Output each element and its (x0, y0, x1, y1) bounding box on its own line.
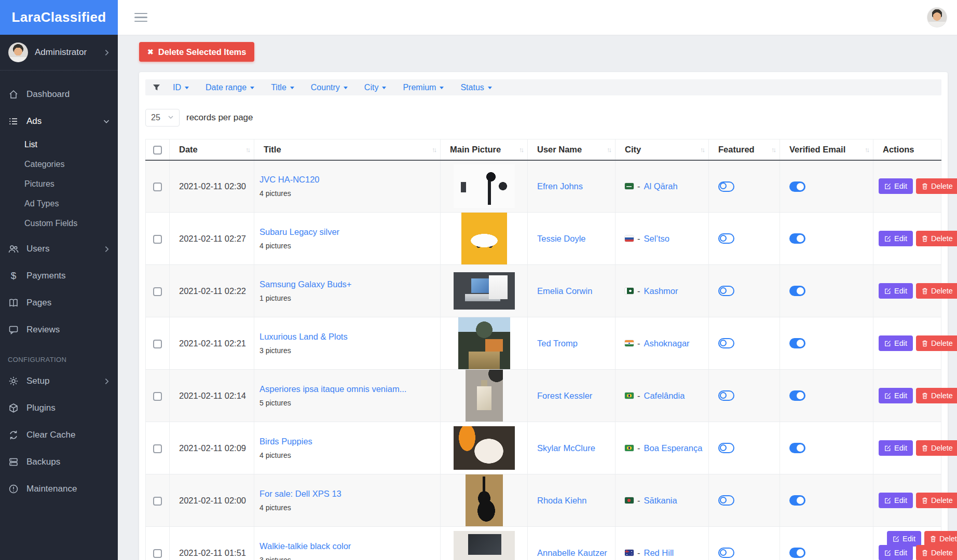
row-checkbox[interactable] (153, 497, 162, 506)
ad-thumbnail[interactable] (461, 213, 507, 264)
featured-toggle[interactable] (718, 548, 734, 558)
ad-title-link[interactable]: JVC HA-NC120 (259, 175, 320, 184)
ad-thumbnail[interactable] (454, 426, 515, 470)
ad-title-link[interactable]: Luxurious Land & Plots (259, 332, 348, 341)
sidebar-item-plugins[interactable]: Plugins (0, 395, 118, 422)
edit-button[interactable]: Edit (879, 283, 913, 299)
records-per-page-select[interactable]: 25 (145, 109, 180, 127)
delete-selected-button[interactable]: ✖ Delete Selected Items (139, 42, 254, 62)
ads-submenu-item[interactable]: Pictures (0, 174, 118, 194)
ad-title-link[interactable]: Asperiores ipsa itaque omnis veniam... (259, 384, 406, 394)
app-logo[interactable]: LaraClassified (0, 0, 118, 35)
row-checkbox[interactable] (153, 183, 162, 191)
city-link[interactable]: Cafelândia (644, 391, 685, 401)
delete-button[interactable]: Delete (916, 493, 957, 508)
city-link[interactable]: Sel’tso (644, 234, 670, 244)
user-name-link[interactable]: Skylar McClure (537, 443, 595, 453)
user-name-link[interactable]: Ted Tromp (537, 339, 578, 348)
verified-email-toggle[interactable] (789, 233, 805, 244)
ad-title-link[interactable]: Birds Puppies (259, 437, 312, 446)
featured-toggle[interactable] (718, 286, 734, 296)
delete-button[interactable]: Delete (924, 531, 957, 547)
ads-submenu-item[interactable]: Categories (0, 155, 118, 174)
hamburger-menu-icon[interactable] (134, 13, 147, 22)
column-header[interactable]: Date ↑↓ (170, 139, 254, 160)
sidebar-item-payments[interactable]: $ Payments (0, 262, 118, 289)
featured-toggle[interactable] (718, 443, 734, 453)
edit-button[interactable]: Edit (879, 335, 913, 351)
featured-toggle[interactable] (718, 233, 734, 244)
ad-thumbnail[interactable] (454, 531, 515, 560)
delete-button[interactable]: Delete (916, 335, 957, 351)
edit-button[interactable]: Edit (879, 178, 913, 194)
ad-title-link[interactable]: Samsung Galaxy Buds+ (259, 279, 351, 289)
city-link[interactable]: Ashoknagar (644, 339, 690, 348)
filter-dropdown[interactable]: ID (173, 83, 189, 92)
verified-email-toggle[interactable] (789, 338, 805, 348)
sidebar-item-setup[interactable]: Setup (0, 368, 118, 395)
verified-email-toggle[interactable] (789, 181, 805, 192)
sidebar-item-maintenance[interactable]: Maintenance (0, 475, 118, 502)
featured-toggle[interactable] (718, 338, 734, 348)
filter-dropdown[interactable]: Title (271, 83, 294, 92)
row-checkbox[interactable] (153, 392, 162, 401)
city-link[interactable]: Boa Esperança (644, 443, 703, 453)
sidebar-item-clear-cache[interactable]: Clear Cache (0, 422, 118, 449)
city-link[interactable]: Red Hill (644, 548, 674, 558)
sidebar-item-ads[interactable]: Ads (0, 108, 118, 135)
verified-email-toggle[interactable] (789, 548, 805, 558)
verified-email-toggle[interactable] (789, 390, 805, 401)
ad-thumbnail[interactable] (454, 272, 515, 310)
delete-button[interactable]: Delete (916, 388, 957, 403)
filter-dropdown[interactable]: Status (460, 83, 491, 92)
ad-title-link[interactable]: Walkie-talkie black color (259, 541, 351, 551)
user-name-link[interactable]: Tessie Doyle (537, 234, 586, 243)
edit-button[interactable]: Edit (879, 440, 913, 456)
ad-thumbnail[interactable] (466, 474, 503, 526)
select-all-checkbox[interactable] (153, 146, 162, 155)
user-name-link[interactable]: Forest Kessler (537, 391, 592, 400)
ad-thumbnail[interactable] (454, 164, 515, 208)
column-header[interactable]: Verified Email ↑↓ (780, 139, 873, 160)
column-header[interactable]: City ↑↓ (616, 139, 709, 160)
sidebar-item-reviews[interactable]: Reviews (0, 316, 118, 343)
row-checkbox[interactable] (153, 444, 162, 453)
ad-thumbnail[interactable] (466, 370, 503, 422)
delete-button[interactable]: Delete (916, 231, 957, 246)
row-checkbox[interactable] (153, 287, 162, 296)
sidebar-item-backups[interactable]: Backups (0, 449, 118, 475)
edit-button[interactable]: Edit (879, 388, 913, 403)
edit-button[interactable]: Edit (879, 493, 913, 508)
user-name-link[interactable]: Annabelle Kautzer (537, 548, 607, 557)
column-header[interactable]: Actions ↑↓ (873, 139, 941, 160)
ad-title-link[interactable]: For sale: Dell XPS 13 (259, 489, 341, 498)
delete-button[interactable]: Delete (916, 178, 957, 194)
sidebar-item-users[interactable]: Users (0, 235, 118, 262)
row-checkbox[interactable] (153, 549, 162, 558)
filter-dropdown[interactable]: Country (311, 83, 348, 92)
city-link[interactable]: Kashmor (644, 286, 678, 296)
edit-button[interactable]: Edit (879, 231, 913, 246)
ads-submenu-item[interactable]: List (0, 135, 118, 155)
delete-button[interactable]: Delete (916, 545, 957, 560)
delete-button[interactable]: Delete (916, 440, 957, 456)
edit-button[interactable]: Edit (887, 531, 921, 547)
verified-email-toggle[interactable] (789, 286, 805, 296)
featured-toggle[interactable] (718, 390, 734, 401)
topbar-avatar[interactable] (927, 8, 947, 27)
column-header[interactable]: Title ↑↓ (254, 139, 441, 160)
filter-dropdown[interactable]: Date range (206, 83, 254, 92)
filter-dropdown[interactable]: City (364, 83, 387, 92)
user-name-link[interactable]: Rhoda Kiehn (537, 496, 586, 505)
sidebar-item-pages[interactable]: Pages (0, 289, 118, 316)
featured-toggle[interactable] (718, 495, 734, 506)
ads-submenu-item[interactable]: Ad Types (0, 194, 118, 214)
featured-toggle[interactable] (718, 181, 734, 192)
column-header[interactable]: Featured ↑↓ (709, 139, 780, 160)
row-checkbox[interactable] (153, 235, 162, 244)
user-name-link[interactable]: Efren Johns (537, 181, 583, 191)
sidebar-user[interactable]: Administrator (0, 35, 118, 71)
filter-dropdown[interactable]: Premium (403, 83, 444, 92)
ad-thumbnail[interactable] (458, 317, 510, 369)
city-link[interactable]: Al Qārah (644, 181, 678, 191)
